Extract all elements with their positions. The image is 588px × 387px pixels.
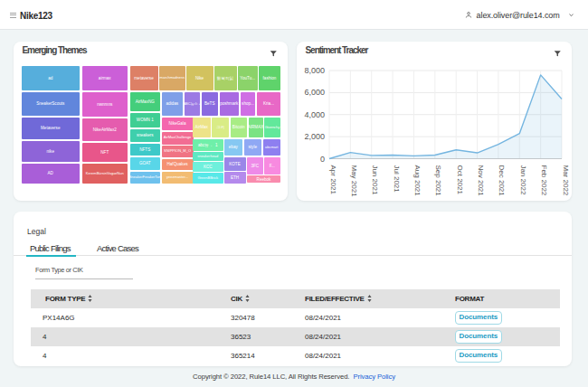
svg-text:Apr 2021: Apr 2021 — [329, 165, 337, 194]
svg-text:2,000: 2,000 — [304, 132, 325, 141]
svg-text:Oct 2021: Oct 2021 — [456, 165, 464, 194]
svg-text:Feb 2022: Feb 2022 — [540, 165, 548, 195]
svg-text:Aug 2021: Aug 2021 — [413, 165, 422, 196]
svg-text:Dec 2021: Dec 2021 — [498, 165, 506, 196]
svg-text:Jul 2021: Jul 2021 — [393, 165, 401, 193]
svg-text:4,000: 4,000 — [304, 109, 325, 118]
svg-text:Jun 2021: Jun 2021 — [371, 165, 379, 194]
svg-text:May 2021: May 2021 — [350, 165, 358, 197]
svg-text:6,000: 6,000 — [304, 88, 325, 97]
svg-text:Jan 2022: Jan 2022 — [519, 165, 527, 194]
svg-text:Mar 2022: Mar 2022 — [562, 165, 570, 195]
svg-text:0: 0 — [320, 154, 325, 163]
svg-text:8,000: 8,000 — [304, 66, 325, 75]
svg-text:Sep 2021: Sep 2021 — [434, 165, 442, 196]
svg-text:Nov 2021: Nov 2021 — [477, 165, 485, 196]
